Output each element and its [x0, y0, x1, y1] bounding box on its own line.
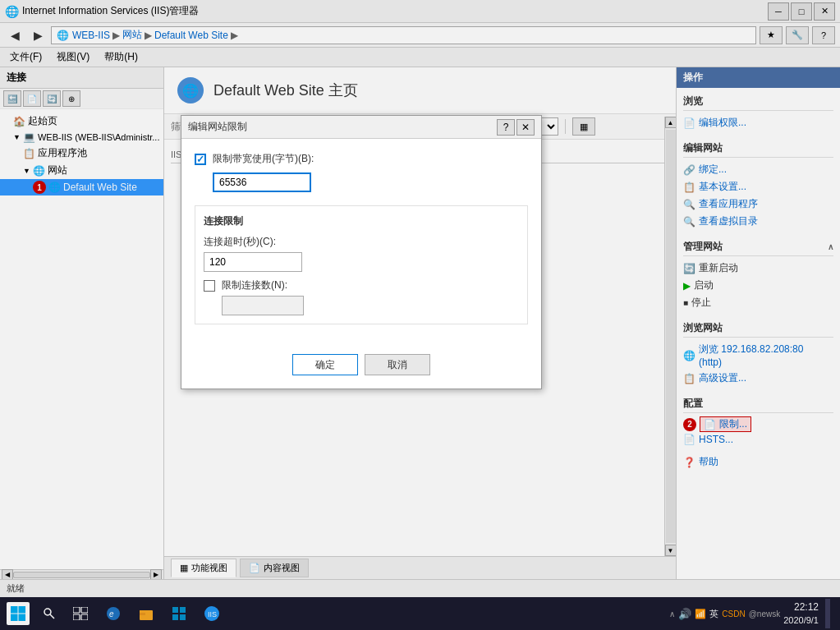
tree-item-server[interactable]: ▼ 💻 WEB-IIS (WEB-IIS\Administr... [0, 130, 163, 145]
restart-label: 重新启动 [699, 261, 738, 275]
svg-rect-36 [172, 614, 178, 620]
right-link-help[interactable]: ❓ 帮助 [683, 453, 833, 471]
svg-rect-32 [140, 613, 145, 615]
sidebar-tool-4[interactable]: ⊕ [62, 90, 80, 107]
start-button[interactable] [3, 599, 33, 628]
close-button[interactable]: ✕ [814, 2, 835, 21]
manage-site-collapse[interactable]: ∧ [828, 242, 833, 251]
stop-label: 停止 [691, 296, 711, 310]
menu-view[interactable]: 视图(V) [50, 48, 96, 66]
bandwidth-checkbox[interactable]: ✓ [195, 154, 206, 165]
right-section-edit-site: 编辑网站 🔗 绑定... 📋 基本设置... 🔍 查看应用程序 🔍 查看虚拟目录 [677, 135, 840, 233]
right-link-bindings[interactable]: 🔗 绑定... [683, 161, 833, 178]
tray-expand-icon[interactable]: ∧ [669, 609, 675, 619]
tree-server-label: WEB-IIS (WEB-IIS\Administr... [38, 132, 160, 142]
scroll-thumb[interactable] [666, 130, 676, 543]
scroll-right[interactable]: ▶ [150, 569, 162, 580]
tab-feature-view[interactable]: ▦ 功能视图 [171, 559, 236, 577]
bandwidth-label: 限制带宽使用(字节)(B): [213, 152, 314, 166]
sidebar-tool-2[interactable]: 📄 [23, 90, 41, 107]
forward-button[interactable]: ▶ [28, 26, 48, 44]
addr-default-site[interactable]: Default Web Site [154, 30, 228, 41]
app-title: Internet Information Services (IIS)管理器 [22, 4, 768, 18]
taskbar-windows-icon[interactable] [164, 599, 194, 628]
content-view-icon: 📄 [249, 563, 260, 573]
view-vdirs-label: 查看虚拟目录 [699, 214, 758, 228]
svg-rect-33 [140, 610, 145, 613]
maximize-button[interactable]: □ [791, 2, 812, 21]
addr-web-iis[interactable]: WEB-IIS [72, 30, 110, 41]
limit-connections-checkbox[interactable] [204, 280, 215, 292]
scroll-down-btn[interactable]: ▼ [665, 545, 677, 556]
right-link-hsts[interactable]: 📄 HSTS... [683, 432, 833, 447]
right-section-config: 配置 2 📄 限制... 📄 HSTS... [677, 390, 840, 450]
right-section-help: ❓ 帮助 [677, 450, 840, 474]
tray-network-icon[interactable]: 📶 [695, 609, 706, 619]
sidebar-tool-3[interactable]: 🔄 [43, 90, 61, 107]
right-link-view-vdirs[interactable]: 🔍 查看虚拟目录 [683, 213, 833, 230]
timeout-input[interactable] [204, 252, 302, 272]
tools-button[interactable]: 🔧 [786, 26, 809, 44]
tree-item-sites[interactable]: ▼ 🌐 网站 [0, 162, 163, 179]
right-action-restart[interactable]: 🔄 重新启动 [683, 260, 833, 277]
modal-close-btn[interactable]: ✕ [516, 119, 535, 136]
right-action-stop[interactable]: ■ 停止 [683, 294, 833, 311]
view-btn[interactable]: ▦ [572, 117, 595, 136]
show-desktop-btn[interactable] [825, 599, 830, 628]
sidebar: 连接 🔙 📄 🔄 ⊕ 🏠 起始页 ▼ 💻 WEB-IIS (WEB-IIS\Ad… [0, 67, 164, 579]
bandwidth-checkbox-row: ✓ 限制带宽使用(字节)(B): [195, 152, 528, 166]
right-link-advanced[interactable]: 📋 高级设置... [683, 370, 833, 387]
tray-notify-text: @newsk [749, 609, 781, 619]
svg-rect-22 [19, 614, 26, 622]
tray-clock[interactable]: 22:12 2020/9/1 [783, 601, 819, 626]
right-action-start[interactable]: ▶ 启动 [683, 277, 833, 294]
bandwidth-input[interactable] [213, 172, 311, 192]
tree-item-start[interactable]: 🏠 起始页 [0, 113, 163, 130]
sidebar-tool-1[interactable]: 🔙 [3, 90, 21, 107]
title-bar: 🌐 Internet Information Services (IIS)管理器… [0, 0, 840, 23]
basic-settings-icon: 📋 [683, 182, 695, 193]
scroll-left[interactable]: ◀ [2, 569, 13, 580]
addr-websites[interactable]: 网站 [122, 28, 142, 42]
svg-rect-34 [172, 607, 178, 613]
tray-lang-icon[interactable]: 英 [709, 608, 718, 620]
tree-item-apppool[interactable]: 📋 应用程序池 [0, 145, 163, 162]
tree-item-default-site[interactable]: 1 🌐 Default Web Site [0, 179, 163, 195]
right-link-basic-settings[interactable]: 📋 基本设置... [683, 178, 833, 195]
taskbar-search-button[interactable] [36, 600, 62, 627]
scrollbar-track[interactable] [13, 572, 150, 578]
timeout-field: 连接超时(秒)(C): [204, 235, 519, 272]
tree-sites-expand: ▼ [23, 167, 30, 175]
taskbar-iis-icon[interactable]: IIS [197, 599, 227, 628]
right-link-view-apps[interactable]: 🔍 查看应用程序 [683, 195, 833, 213]
limit-connections-input-row [222, 296, 519, 315]
minimize-button[interactable]: ─ [768, 2, 789, 21]
taskview-button[interactable] [66, 599, 95, 628]
menu-file[interactable]: 文件(F) [3, 48, 48, 66]
tab-content-view[interactable]: 📄 内容视图 [240, 559, 309, 577]
taskbar-explorer-icon[interactable] [131, 599, 161, 628]
modal-ok-button[interactable]: 确定 [292, 354, 358, 375]
tray-volume-icon[interactable]: 🔊 [678, 608, 691, 620]
tree-server-icon: 💻 [23, 131, 35, 143]
modal-cancel-button[interactable]: 取消 [365, 354, 430, 375]
limits-badge: 2 [683, 418, 696, 431]
browse-ip-icon: 🌐 [683, 350, 695, 361]
scroll-up-btn[interactable]: ▲ [665, 117, 677, 128]
right-link-edit-perms[interactable]: 📄 编辑权限... [683, 114, 833, 131]
favorites-button[interactable]: ★ [760, 26, 783, 44]
menu-bar: 文件(F) 视图(V) 帮助(H) [0, 48, 840, 67]
manage-site-title: 管理网站 ∧ [683, 240, 833, 256]
menu-help[interactable]: 帮助(H) [98, 48, 145, 66]
limit-connections-label: 限制连接数(N): [222, 278, 287, 292]
limit-connections-input[interactable] [222, 296, 304, 315]
right-link-limits[interactable]: 📄 限制... [700, 416, 751, 432]
help-button[interactable]: ? [812, 26, 835, 44]
taskbar-ie-icon[interactable]: e [99, 599, 128, 628]
right-section-manage-site: 管理网站 ∧ 🔄 重新启动 ▶ 启动 ■ 停止 [677, 233, 840, 315]
right-link-browse-ip[interactable]: 🌐 浏览 192.168.82.208:80(http) [683, 341, 833, 370]
back-button[interactable]: ◀ [5, 26, 25, 44]
browse-ip-label: 浏览 192.168.82.208:80(http) [699, 343, 803, 368]
svg-rect-35 [180, 607, 186, 613]
modal-question-btn[interactable]: ? [497, 119, 515, 136]
